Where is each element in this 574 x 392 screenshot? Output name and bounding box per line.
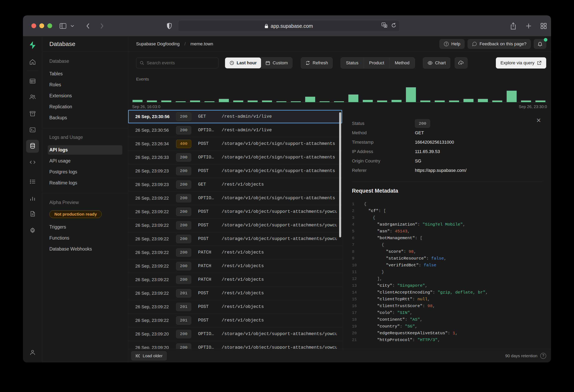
home-icon bbox=[29, 59, 36, 66]
rail-item-settings[interactable] bbox=[26, 225, 39, 237]
filter-button[interactable]: Product bbox=[364, 58, 389, 68]
share-icon[interactable] bbox=[508, 15, 518, 36]
forward-icon[interactable] bbox=[98, 15, 106, 36]
code-line: 18"continent": "AS", bbox=[352, 316, 542, 323]
log-row[interactable]: 26 Sep, 23:09:22200PATCH/rest/v1/objects bbox=[128, 273, 342, 287]
close-icon[interactable]: ✕ bbox=[535, 117, 542, 124]
log-row[interactable]: 26 Sep, 23:09:22200POST/storage/v1/objec… bbox=[128, 218, 342, 232]
chart-bar bbox=[377, 100, 387, 102]
minimize-window-button[interactable] bbox=[39, 23, 44, 28]
log-row[interactable]: 26 Sep, 23:09:22200PATCH/rest/v1/objects bbox=[128, 259, 342, 273]
log-row[interactable]: 26 Sep, 23:09:22200POST/storage/v1/objec… bbox=[128, 232, 342, 246]
log-row[interactable]: 26 Sep, 23:26:33200OPTIO…/storage/v1/obj… bbox=[128, 151, 342, 164]
log-row[interactable]: 26 Sep, 23:09:22200OPTIO…/storage/v1/obj… bbox=[128, 191, 342, 205]
nav-panel: Database DatabaseTablesRolesExtensionsRe… bbox=[42, 36, 128, 362]
nav-item-extensions[interactable]: Extensions bbox=[48, 91, 122, 100]
chart-toggle-label: Chart bbox=[435, 60, 446, 65]
load-older-button[interactable]: Load older bbox=[131, 351, 167, 360]
code-line: 15"clientTcpRtt": null, bbox=[352, 296, 542, 303]
logs-toolbar: Last hour Custom Refresh StatusProductMe bbox=[128, 52, 551, 74]
log-row[interactable]: 26 Sep, 23:09:22201POST/rest/v1/objects bbox=[128, 314, 342, 327]
scrollbar-thumb[interactable] bbox=[339, 112, 341, 237]
nav-item-functions[interactable]: Functions bbox=[48, 233, 122, 243]
rail-item-storage[interactable] bbox=[26, 108, 39, 120]
supabase-logo[interactable] bbox=[26, 39, 39, 51]
filter-button[interactable]: Status bbox=[341, 58, 364, 68]
nav-item-roles[interactable]: Roles bbox=[48, 80, 122, 90]
nav-item-tables[interactable]: Tables bbox=[48, 69, 122, 78]
zoom-window-button[interactable] bbox=[47, 23, 52, 28]
log-row[interactable]: 26 Sep, 23:09:22201POST/rest/v1/objects bbox=[128, 300, 342, 314]
nav-item-database-webhooks[interactable]: Database Webhooks bbox=[48, 244, 122, 254]
chevron-down-icon[interactable] bbox=[69, 15, 75, 36]
rail-item-list[interactable] bbox=[26, 176, 39, 188]
nav-item-replication[interactable]: Replication bbox=[48, 102, 122, 112]
nav-item-realtime-logs[interactable]: Realtime logs bbox=[48, 178, 122, 188]
chart-toggle-button[interactable]: Chart bbox=[423, 57, 451, 69]
filter-button[interactable]: Method bbox=[389, 58, 414, 68]
code-line: 12], bbox=[352, 275, 542, 282]
rail-item-account[interactable] bbox=[26, 346, 39, 359]
translate-icon[interactable]: A bbox=[382, 22, 388, 29]
rail-item-api-code[interactable] bbox=[26, 156, 39, 169]
log-row[interactable]: 26 Sep, 23:09:22200POST/storage/v1/objec… bbox=[128, 205, 342, 218]
chart-bar bbox=[391, 100, 402, 102]
log-method: OPTIO… bbox=[198, 155, 222, 160]
log-path: /storage/v1/object/support-attachments/y… bbox=[222, 223, 337, 228]
shield-icon[interactable] bbox=[165, 15, 174, 36]
rail-item-auth-users[interactable] bbox=[26, 91, 39, 104]
back-icon[interactable] bbox=[84, 15, 92, 36]
detail-field-label: Method bbox=[352, 130, 415, 136]
custom-range-button[interactable]: Custom bbox=[261, 58, 292, 68]
reload-icon[interactable] bbox=[391, 22, 396, 29]
rail-item-table-editor[interactable] bbox=[26, 75, 39, 88]
auth-users-icon bbox=[29, 94, 36, 101]
search-input[interactable] bbox=[147, 60, 215, 65]
search-events[interactable] bbox=[136, 58, 218, 68]
explore-via-query-button[interactable]: Explore via query bbox=[496, 57, 546, 69]
notifications-button[interactable] bbox=[534, 39, 546, 49]
rail-item-reports[interactable] bbox=[26, 192, 39, 205]
new-tab-icon[interactable] bbox=[524, 15, 534, 36]
code-line: 13"city": "Singapore", bbox=[352, 282, 542, 289]
code-line: 14"clientAcceptEncoding": "gzip, deflate… bbox=[352, 289, 542, 296]
code-line: 11} bbox=[352, 269, 542, 275]
rail-item-logs-file[interactable] bbox=[26, 208, 39, 221]
close-window-button[interactable] bbox=[31, 23, 36, 28]
status-badge: 200 bbox=[176, 343, 191, 349]
tab-overview-icon[interactable] bbox=[539, 15, 549, 36]
nav-item-api-logs[interactable]: API logs bbox=[48, 145, 122, 155]
detail-field-label: Referer bbox=[352, 168, 415, 173]
nav-item-api-usage[interactable]: API usage bbox=[48, 156, 122, 166]
log-row[interactable]: 26 Sep, 23:30:56200OPTIO…/rest-admin/v1/… bbox=[128, 123, 342, 137]
feedback-button[interactable]: Feedback on this page? bbox=[468, 39, 531, 49]
log-row[interactable]: 26 Sep, 23:09:20200OPTIO…/storage/v1/obj… bbox=[128, 327, 342, 341]
refresh-button[interactable]: Refresh bbox=[301, 57, 332, 69]
url-bar[interactable]: app.supabase.com A bbox=[178, 20, 400, 32]
nav-item-backups[interactable]: Backups bbox=[48, 113, 122, 122]
browser-chrome: app.supabase.com A bbox=[23, 15, 551, 36]
help-button[interactable]: Help bbox=[439, 39, 465, 49]
log-row[interactable]: 26 Sep, 23:09:20200OPTIO…/storage/v1/obj… bbox=[128, 341, 342, 349]
rail-item-sql-editor[interactable] bbox=[26, 124, 39, 137]
rail-item-database[interactable] bbox=[26, 140, 39, 153]
log-row[interactable]: 26 Sep, 23:30:56200GET/rest-admin/v1/liv… bbox=[128, 110, 342, 123]
retention-help-icon[interactable]: ? bbox=[540, 353, 546, 359]
nav-item-postgres-logs[interactable]: Postgres logs bbox=[48, 167, 122, 176]
log-row[interactable]: 26 Sep, 23:09:22200PATCH/rest/v1/objects bbox=[128, 246, 342, 259]
code-line: 4"asOrganization": "SingTel Mobile", bbox=[352, 221, 542, 228]
log-row[interactable]: 26 Sep, 23:09:23200POST/storage/v1/objec… bbox=[128, 164, 342, 178]
log-row[interactable]: 26 Sep, 23:09:22201POST/rest/v1/objects bbox=[128, 287, 342, 300]
rail-item-home[interactable] bbox=[26, 56, 39, 69]
breadcrumb-project[interactable]: meme.town bbox=[190, 41, 213, 47]
log-row[interactable]: 26 Sep, 23:09:23200GET/rest/v1/objects bbox=[128, 178, 342, 191]
log-row[interactable]: 26 Sep, 23:26:34400POST/storage/v1/objec… bbox=[128, 137, 342, 151]
last-hour-button[interactable]: Last hour bbox=[225, 58, 261, 68]
breadcrumb-org[interactable]: Supabase Dogfooding bbox=[136, 41, 180, 47]
nav-item-triggers[interactable]: Triggers bbox=[48, 222, 122, 232]
chart-bar bbox=[190, 100, 200, 102]
download-logs-button[interactable] bbox=[455, 57, 468, 69]
sidebar-toggle-icon[interactable] bbox=[59, 15, 67, 36]
chart-bar bbox=[276, 101, 287, 102]
chart-bar bbox=[334, 101, 344, 102]
